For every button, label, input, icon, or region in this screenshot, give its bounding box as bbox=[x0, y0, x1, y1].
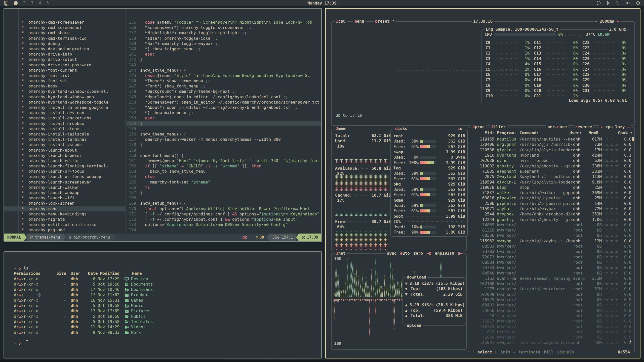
process-row[interactable]: 16rcu_preeroot0B0.0 bbox=[471, 313, 631, 319]
file-list-item[interactable]: *omarchy-install-tailscale bbox=[4, 131, 126, 137]
file-list-item[interactable]: *omarchy-launch-walker bbox=[4, 185, 126, 190]
file-list-item[interactable]: *omarchy-launch-floating-terminal- bbox=[4, 163, 126, 169]
select-button[interactable]: select bbox=[477, 350, 492, 354]
reverse-button[interactable]: reverse bbox=[574, 124, 593, 129]
code-line[interactable]: 141 esac bbox=[126, 52, 321, 57]
code-line[interactable]: 162 if [[ "$theme" = "CNCLD" || -z "$the… bbox=[126, 163, 321, 169]
file-list-pane[interactable]: *omarchy-cmd-screensaver*omarchy-cmd-scr… bbox=[4, 9, 126, 234]
process-row[interactable]: 68584kworker/root0B0.0 bbox=[471, 260, 631, 265]
signals-button[interactable]: signals bbox=[557, 350, 574, 355]
file-list-item[interactable]: *omarchy-launch-screensaver bbox=[4, 179, 126, 185]
update-interval[interactable]: - 2000ms + bbox=[594, 19, 620, 24]
file-list-item[interactable]: *omarchy-install-steam bbox=[4, 126, 126, 131]
code-line[interactable]: 149 *Hyprland*) open_in_editor ~/.config… bbox=[126, 94, 321, 100]
file-list-item[interactable]: *omarchy-font-current bbox=[4, 68, 126, 73]
file-list-item[interactable]: *omarchy-hyprland-workspace-toggle bbox=[4, 100, 126, 105]
file-list-item[interactable]: *omarchy-launch-webapp bbox=[4, 190, 126, 195]
code-line[interactable]: 148 *Background*) omarchy-theme-bg-next … bbox=[126, 89, 321, 94]
process-row[interactable]: 115962swaybg/usr/bin/swaybg -i /homdhh12… bbox=[471, 238, 631, 244]
process-row[interactable]: 68586kworker/root0B0.0 bbox=[471, 233, 631, 238]
file-list-item[interactable]: *omarchy-menu-keybindings bbox=[4, 211, 126, 217]
file-list-item[interactable]: *omarchy-hyprland-window-close-all bbox=[4, 89, 126, 94]
mem-box-title[interactable]: 2mem bbox=[335, 126, 347, 131]
process-row[interactable]: 94540kworker/root0B0.0 bbox=[471, 270, 631, 276]
process-row[interactable]: 119002ghostty/usr/bin/ghostty --gtk-dhh3… bbox=[471, 163, 631, 168]
process-row[interactable]: 2544dropbox/home/dhh/.dropbox-distdhh353… bbox=[471, 211, 631, 217]
process-row[interactable]: 71837walker/usr/bin/walker --gappldhh369… bbox=[471, 190, 631, 195]
file-list-item[interactable]: *omarchy-debug bbox=[4, 41, 126, 46]
code-line[interactable]: 137 *Nightlight*) omarchy-toggle-nightli… bbox=[126, 30, 321, 35]
workspace-4[interactable]: 4 bbox=[39, 1, 41, 5]
code-line[interactable]: 153 esac bbox=[126, 115, 321, 121]
process-row[interactable]: 81310kworker/root0B0.0 bbox=[471, 228, 631, 233]
filter-button[interactable]: filter bbox=[490, 124, 507, 129]
process-row[interactable]: 76577kworker/root0B0.0 bbox=[471, 319, 631, 324]
code-line[interactable]: 135 case $(menu "Toggle" "▭ Screensaver\… bbox=[126, 20, 321, 25]
code-line[interactable]: 154} bbox=[126, 121, 321, 126]
file-list-item[interactable]: *omarchy-pkg-add bbox=[4, 227, 126, 233]
process-row[interactable]: 102100kworker/root0B0.0 bbox=[471, 281, 631, 286]
code-line[interactable]: 161 theme=$(menu "Font" "$(omarchy-font-… bbox=[126, 158, 321, 163]
process-row[interactable]: 12244ghostty/usr/bin/ghostty --gtk-dhh1.… bbox=[471, 217, 631, 222]
workspace-5[interactable]: 5 bbox=[47, 1, 49, 5]
file-list-item[interactable]: *omarchy-install-chromium-google-a bbox=[4, 105, 126, 110]
terminate-button[interactable]: terminate bbox=[518, 350, 540, 355]
network-icon[interactable] bbox=[615, 1, 621, 5]
file-list-item[interactable]: *omarchy-hook bbox=[4, 83, 126, 89]
file-list-item[interactable]: *omarchy-dev-add-migration bbox=[4, 46, 126, 52]
code-line[interactable]: 147 *Font*) show_font_menu ;; bbox=[126, 83, 321, 89]
process-row[interactable]: 73703kworker/root0B0.0 bbox=[471, 249, 631, 254]
terminal-window[interactable]: ~ ❯ lsPermissionsSizeUserDate ModifiedNa… bbox=[4, 251, 322, 358]
file-list-item[interactable]: *omarchy-install-terminal bbox=[4, 137, 126, 142]
code-line[interactable]: 166 fi bbox=[126, 185, 321, 190]
file-list-item[interactable]: *omarchy-font-set bbox=[4, 78, 126, 83]
file-list-item[interactable]: *omarchy-install-docker-dbs bbox=[4, 115, 126, 121]
file-list-item[interactable]: *omarchy-install-dropbox bbox=[4, 121, 126, 126]
net-box-title[interactable]: 3net bbox=[335, 251, 347, 256]
process-row[interactable]: 71835elephantelephantdhh381M0.0 bbox=[471, 169, 631, 174]
code-line[interactable]: 157 omarchy-launch-walker -m menus:omarc… bbox=[126, 137, 321, 142]
process-row[interactable]: 102638nvimnvim --embed .dhh62M0.0 bbox=[471, 158, 631, 163]
file-list-item[interactable]: *omarchy-cmd-screensaver bbox=[4, 20, 126, 25]
net-iface-next[interactable]: n→ bbox=[458, 251, 463, 256]
process-row[interactable]: 119155nautilus/usr/bin/nautilus --newdhh… bbox=[471, 137, 631, 142]
process-row[interactable]: 115971waybar/usr/bin/waybardhh72M0.0 bbox=[471, 206, 631, 211]
code-line[interactable]: 160show_font_menu() { bbox=[126, 153, 321, 158]
process-row[interactable]: 76575kworker/root0B0.0 bbox=[471, 297, 631, 302]
process-row[interactable]: 110775kworker/root0B0.0 bbox=[471, 324, 631, 329]
code-line[interactable]: 170 local options="♪ Audio\n◎ Wifi\nᛒ Bl… bbox=[126, 206, 321, 211]
code-line[interactable]: 173 options="$options\n▷ Defaults\n▣ DNS… bbox=[126, 222, 321, 227]
process-row[interactable]: 2506pipewire/usr/bin/pipewire-pulsedhh14… bbox=[471, 201, 631, 206]
code-line[interactable]: 151 *About*) open_in_editor ~/.config/om… bbox=[126, 105, 321, 110]
kill-button[interactable]: kill bbox=[544, 350, 554, 355]
file-list-item[interactable]: *omarchy-cmd-share bbox=[4, 30, 126, 35]
code-line[interactable]: 174 bbox=[126, 227, 321, 233]
net-zero-button[interactable]: zero bbox=[413, 251, 423, 256]
io-button[interactable]: io bbox=[456, 126, 464, 131]
disks-title[interactable]: disks bbox=[394, 126, 409, 131]
file-list-item[interactable]: *omarchy-migrate bbox=[4, 217, 126, 222]
process-row[interactable]: 119594glycin-i/usr/lib/glycin-loadersdhh… bbox=[471, 179, 631, 185]
file-list-item[interactable]: *omarchy-launch-about bbox=[4, 148, 126, 153]
btop-window[interactable]: 1cpu menu preset * 17:39:16 - 2000ms + u… bbox=[325, 8, 640, 358]
net-sync-button[interactable]: sync bbox=[387, 251, 397, 256]
file-list-item[interactable]: *omarchy-font-list bbox=[4, 73, 126, 78]
info-button[interactable]: info ↵ bbox=[500, 350, 515, 355]
process-row[interactable]: 72088kworker/root0B0.0 bbox=[471, 335, 631, 340]
process-row[interactable]: 115991swayosd-/usr/bin/swayosd-serverdhh… bbox=[471, 340, 631, 345]
file-list-item[interactable]: *omarchy-cmd-terminal-cwd bbox=[4, 36, 126, 41]
process-row[interactable]: 120406org.gnom/usr/bin/gjs /usr/lib/odhh… bbox=[471, 142, 631, 147]
code-line[interactable]: 150 *Screensaver*) open_in_editor ~/.con… bbox=[126, 100, 321, 105]
process-row[interactable]: 2075XwaylandXwayland :1 -rootless -dhh11… bbox=[471, 174, 631, 179]
file-list-item[interactable]: *omarchy-install-vscode bbox=[4, 142, 126, 147]
workspace-3[interactable]: 3 bbox=[31, 1, 33, 5]
process-row[interactable]: 63816pipewire/usr/bin/pipewiredhh25M0.0 bbox=[471, 195, 631, 201]
code-line[interactable]: 168 bbox=[126, 195, 321, 201]
process-row[interactable]: 1275containe/usr/bin/containerdroot52M0.… bbox=[471, 286, 631, 292]
process-row[interactable]: 74869kworker/root0B0.0 bbox=[471, 222, 631, 228]
net-auto-button[interactable]: auto bbox=[400, 251, 410, 256]
process-row[interactable]: 119078btopbtopdhh25M0.0 bbox=[471, 185, 631, 190]
workspace-switcher[interactable]: 2 3 4 5 bbox=[4, 1, 49, 6]
code-line[interactable]: 143 bbox=[126, 62, 321, 68]
workspace-2[interactable]: 2 bbox=[23, 1, 25, 5]
